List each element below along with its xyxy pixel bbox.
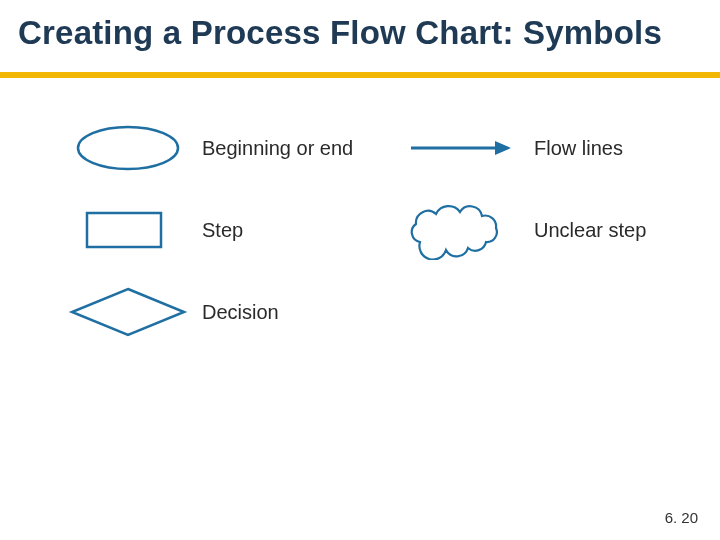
decision-icon — [68, 282, 188, 342]
legend-item-flow-lines: Flow lines — [400, 118, 623, 178]
legend-item-decision: Decision — [68, 282, 279, 342]
legend-item-terminator: Beginning or end — [68, 118, 353, 178]
flow-lines-icon — [400, 118, 520, 178]
cloud-icon — [400, 200, 520, 260]
step-icon — [68, 200, 188, 260]
terminator-label: Beginning or end — [202, 137, 353, 160]
step-label: Step — [202, 219, 243, 242]
terminator-icon — [68, 118, 188, 178]
flow-lines-label: Flow lines — [534, 137, 623, 160]
unclear-step-label: Unclear step — [534, 219, 646, 242]
svg-rect-1 — [87, 213, 161, 247]
svg-marker-2 — [72, 289, 184, 335]
legend-item-unclear-step: Unclear step — [400, 200, 646, 260]
title-underline — [0, 72, 720, 78]
page-number: 6. 20 — [665, 509, 698, 526]
svg-marker-4 — [495, 141, 511, 155]
legend-item-step: Step — [68, 200, 243, 260]
svg-point-0 — [78, 127, 178, 169]
slide-title: Creating a Process Flow Chart: Symbols — [18, 14, 662, 52]
decision-label: Decision — [202, 301, 279, 324]
